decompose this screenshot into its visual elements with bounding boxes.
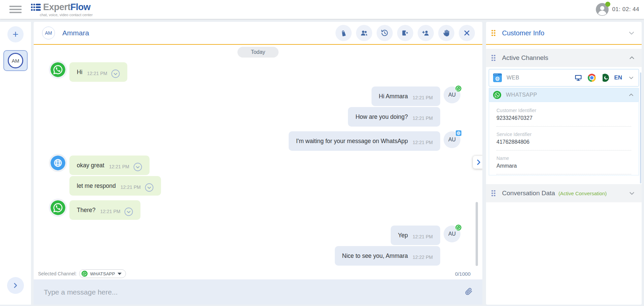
web-badge-icon [455, 130, 462, 136]
message-bubble: There? 12:21 PM [69, 200, 140, 220]
channel-row-whatsapp[interactable]: WHATSAPP [489, 88, 639, 102]
message-row: Nice to see you, Ammara 12:22 PM [34, 246, 482, 266]
hamburger-menu-button[interactable] [9, 4, 23, 14]
chevron-down-circle-icon [133, 163, 142, 171]
chevron-right-icon [475, 159, 482, 166]
chat-panel: AM Ammara [34, 22, 482, 305]
field-label: Name [496, 156, 631, 161]
drag-handle-icon[interactable] [491, 30, 495, 36]
message-row: Hi 12:21 PM [34, 62, 482, 82]
chevron-right-icon [12, 282, 19, 289]
session-timer: 01: 02: 44 [612, 6, 639, 13]
participants-button[interactable] [356, 25, 372, 41]
customer-info-collapse-button[interactable] [627, 29, 636, 37]
chevron-down-icon [627, 29, 636, 37]
history-icon [381, 29, 389, 37]
active-channels-collapse-button[interactable] [628, 54, 636, 62]
expand-panel-button[interactable] [473, 156, 482, 169]
channel-select[interactable]: WHATSAPP [79, 269, 126, 278]
status-dot [605, 2, 610, 7]
field-name: Name Ammara [496, 156, 631, 174]
contact-name: Ammara [62, 29, 89, 37]
active-conversation-note: (Active Conversation) [558, 191, 607, 196]
message-text: How are you doing? [355, 113, 408, 121]
message-row: How are you doing? 12:21 PM [34, 107, 482, 127]
message-row: Hi Ammara 12:21 PM AU [34, 87, 482, 106]
chat-tab-ammara[interactable]: AM [3, 50, 28, 71]
channel-select-value: WHATSAPP [90, 271, 115, 276]
caret-down-icon [118, 273, 122, 275]
message-bubble: okay great 12:21 PM [69, 156, 150, 175]
field-label: Service Identifier [496, 132, 631, 137]
new-chat-button[interactable]: + [7, 26, 24, 42]
whatsapp-channel-icon [493, 91, 501, 99]
conversation-data-section: Conversation Data (Active Conversation) [486, 184, 642, 202]
message-row: okay great 12:21 PM [34, 156, 482, 175]
channel-label: WHATSAPP [506, 92, 537, 98]
message-menu-button[interactable] [133, 163, 142, 171]
raise-hand-button[interactable] [438, 25, 454, 41]
message-text: Yep [398, 232, 408, 239]
message-menu-button[interactable] [145, 183, 154, 192]
customer-info-panel: Customer Info Active Channels [486, 22, 642, 305]
brand-tagline: chat, voice, video contact center [31, 13, 93, 17]
message-menu-button[interactable] [111, 69, 120, 78]
country-flag-icon [601, 74, 609, 82]
message-time: 12:21 PM [413, 140, 433, 145]
add-participant-button[interactable] [418, 25, 434, 41]
agent-avatar[interactable] [596, 3, 609, 16]
message-time: 12:21 PM [413, 95, 433, 100]
drag-handle-icon[interactable] [491, 190, 495, 197]
wrapup-button[interactable] [335, 25, 352, 41]
transfer-button[interactable] [397, 25, 413, 41]
message-bubble: Nice to see you, Ammara 12:22 PM [335, 246, 440, 266]
close-chat-button[interactable] [459, 25, 475, 41]
message-menu-button[interactable] [124, 207, 133, 216]
conversation-data-collapse-button[interactable] [628, 190, 636, 197]
message-text: There? [77, 207, 95, 214]
attach-file-button[interactable] [465, 287, 473, 297]
chevron-up-icon [628, 54, 636, 62]
conversation-data-title: Conversation Data [502, 190, 555, 197]
message-input[interactable] [44, 288, 461, 296]
message-time: 12:22 PM [413, 254, 433, 260]
message-text: Hi Ammara [379, 93, 408, 100]
web-channel-icon [51, 156, 65, 170]
message-bubble: let me respond 12:21 PM [69, 176, 161, 196]
whatsapp-collapse-button[interactable] [628, 92, 635, 98]
drag-handle-icon[interactable] [491, 55, 495, 61]
web-expand-button[interactable] [628, 74, 635, 81]
panel-scrollbar[interactable] [640, 72, 641, 183]
brand-text: ExpertFlow [43, 2, 91, 12]
field-label: Customer Identifier [496, 108, 631, 113]
message-time: 12:21 PM [413, 115, 433, 121]
add-person-icon [422, 29, 430, 37]
history-button[interactable] [377, 25, 393, 41]
chevron-down-circle-icon [124, 207, 133, 216]
message-row: I'm waiting for your message on WhatsApp… [34, 131, 482, 151]
char-counter: 0/1000 [455, 271, 471, 277]
message-row: Yep 12:21 PM AU [34, 226, 482, 245]
chat-scrollbar[interactable] [476, 202, 478, 266]
message-row: There? 12:21 PM [34, 200, 482, 220]
chat-tab-initials: AM [8, 53, 23, 68]
message-time: 12:21 PM [109, 164, 129, 169]
close-icon [463, 29, 471, 37]
customer-info-header: Customer Info [486, 22, 642, 45]
message-time: 12:21 PM [121, 184, 141, 190]
field-value: 923324670327 [496, 115, 631, 121]
message-text: Hi [77, 69, 83, 76]
whatsapp-channel-icon [51, 200, 65, 215]
channel-selector-row: Selected Channel: WHATSAPP 0/1000 [34, 268, 482, 279]
chevron-up-icon [628, 92, 635, 98]
message-text: Nice to see you, Ammara [342, 252, 408, 260]
channel-details: Customer Identifier 923324670327 Service… [489, 102, 639, 175]
hand-icon [442, 29, 450, 37]
chevron-down-icon [628, 190, 636, 197]
browser-chrome-icon [588, 74, 596, 82]
expand-rail-button[interactable] [7, 277, 24, 294]
whatsapp-icon [82, 271, 88, 277]
message-bubble: How are you doing? 12:21 PM [348, 107, 440, 127]
chevron-down-icon [628, 74, 635, 81]
channel-row-web[interactable]: WEB EN [489, 69, 639, 87]
